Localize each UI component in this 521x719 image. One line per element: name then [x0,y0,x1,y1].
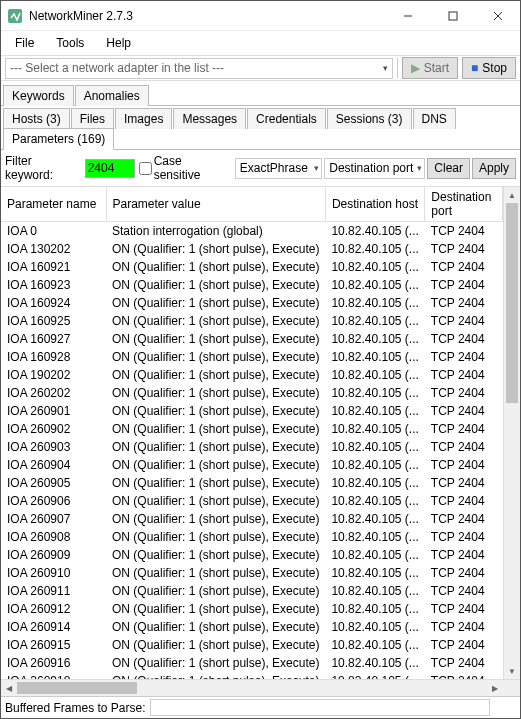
window-title: NetworkMiner 2.7.3 [29,9,385,23]
table-row[interactable]: IOA 160923ON (Qualifier: 1 (short pulse)… [1,276,503,294]
chevron-down-icon: ▾ [314,163,319,173]
table-row[interactable]: IOA 130202ON (Qualifier: 1 (short pulse)… [1,240,503,258]
start-button[interactable]: ▶ Start [402,57,458,79]
tab-images[interactable]: Images [115,108,172,129]
chevron-down-icon: ▾ [417,163,422,173]
adapter-toolbar: --- Select a network adapter in the list… [1,55,520,81]
tab-keywords[interactable]: Keywords [3,85,74,106]
clear-button[interactable]: Clear [427,158,470,179]
table-row[interactable]: IOA 260910ON (Qualifier: 1 (short pulse)… [1,564,503,582]
column-header[interactable]: Parameter name [1,187,106,222]
column-header[interactable]: Parameter value [106,187,325,222]
table-row[interactable]: IOA 260902ON (Qualifier: 1 (short pulse)… [1,420,503,438]
scroll-left-icon[interactable]: ◀ [1,684,17,693]
table-row[interactable]: IOA 260918ON (Qualifier: 1 (short pulse)… [1,672,503,679]
divider [397,58,398,78]
filter-label: Filter keyword: [5,154,81,182]
table-row[interactable]: IOA 190202ON (Qualifier: 1 (short pulse)… [1,366,503,384]
tab-credentials[interactable]: Credentials [247,108,326,129]
match-mode-select[interactable]: ExactPhrase▾ [235,158,322,179]
tabs: KeywordsAnomalies Hosts (3)FilesImagesMe… [1,81,520,150]
statusbar: Buffered Frames to Parse: [1,696,520,718]
tab-anomalies[interactable]: Anomalies [75,85,149,106]
filter-bar: Filter keyword: Case sensitive ExactPhra… [1,150,520,186]
case-sensitive-label[interactable]: Case sensitive [139,154,229,182]
column-header[interactable]: Destination host [325,187,424,222]
svg-rect-2 [449,12,457,20]
filter-column-select[interactable]: Destination port▾ [324,158,425,179]
menu-file[interactable]: File [5,34,44,52]
scrollbar-thumb[interactable] [506,203,518,403]
table-row[interactable]: IOA 260906ON (Qualifier: 1 (short pulse)… [1,492,503,510]
menubar: File Tools Help [1,31,520,55]
table-row[interactable]: IOA 260905ON (Qualifier: 1 (short pulse)… [1,474,503,492]
column-header[interactable]: Destination port [425,187,503,222]
app-icon [7,8,23,24]
table-row[interactable]: IOA 260901ON (Qualifier: 1 (short pulse)… [1,402,503,420]
scroll-up-icon[interactable]: ▲ [504,187,520,203]
close-button[interactable] [475,1,520,30]
table-row[interactable]: IOA 260909ON (Qualifier: 1 (short pulse)… [1,546,503,564]
table-row[interactable]: IOA 260911ON (Qualifier: 1 (short pulse)… [1,582,503,600]
table-row[interactable]: IOA 160924ON (Qualifier: 1 (short pulse)… [1,294,503,312]
horizontal-scrollbar[interactable]: ◀ ▶ [1,679,520,696]
tab-hosts-3-[interactable]: Hosts (3) [3,108,70,129]
scrollbar-thumb[interactable] [17,682,137,694]
table-row[interactable]: IOA 160928ON (Qualifier: 1 (short pulse)… [1,348,503,366]
filter-keyword-input[interactable] [85,159,135,178]
table-row[interactable]: IOA 260916ON (Qualifier: 1 (short pulse)… [1,654,503,672]
buffered-frames-label: Buffered Frames to Parse: [5,701,146,715]
tab-files[interactable]: Files [71,108,114,129]
scroll-down-icon[interactable]: ▼ [504,663,520,679]
table-row[interactable]: IOA 260907ON (Qualifier: 1 (short pulse)… [1,510,503,528]
table-row[interactable]: IOA 160927ON (Qualifier: 1 (short pulse)… [1,330,503,348]
scroll-right-icon[interactable]: ▶ [487,684,503,693]
titlebar: NetworkMiner 2.7.3 [1,1,520,31]
table-row[interactable]: IOA 260915ON (Qualifier: 1 (short pulse)… [1,636,503,654]
menu-help[interactable]: Help [96,34,141,52]
table-row[interactable]: IOA 260904ON (Qualifier: 1 (short pulse)… [1,456,503,474]
adapter-placeholder: --- Select a network adapter in the list… [10,61,224,75]
minimize-button[interactable] [385,1,430,30]
table-row[interactable]: IOA 260903ON (Qualifier: 1 (short pulse)… [1,438,503,456]
stop-button[interactable]: ■ Stop [462,57,516,79]
adapter-select[interactable]: --- Select a network adapter in the list… [5,58,393,79]
play-icon: ▶ [411,61,420,75]
parameters-table: Parameter nameParameter valueDestination… [1,187,503,679]
stop-icon: ■ [471,61,478,75]
table-row[interactable]: IOA 160925ON (Qualifier: 1 (short pulse)… [1,312,503,330]
chevron-down-icon: ▾ [383,63,388,73]
table-row[interactable]: IOA 160921ON (Qualifier: 1 (short pulse)… [1,258,503,276]
apply-button[interactable]: Apply [472,158,516,179]
buffered-frames-value [150,699,490,716]
maximize-button[interactable] [430,1,475,30]
table-row[interactable]: IOA 260912ON (Qualifier: 1 (short pulse)… [1,600,503,618]
table-row[interactable]: IOA 260202ON (Qualifier: 1 (short pulse)… [1,384,503,402]
tab-parameters-169-[interactable]: Parameters (169) [3,128,114,150]
table-row[interactable]: IOA 260914ON (Qualifier: 1 (short pulse)… [1,618,503,636]
vertical-scrollbar[interactable]: ▲ ▼ [503,187,520,679]
table-row[interactable]: IOA 260908ON (Qualifier: 1 (short pulse)… [1,528,503,546]
parameters-table-wrap: Parameter nameParameter valueDestination… [1,186,520,679]
tab-dns[interactable]: DNS [413,108,456,129]
tab-sessions-3-[interactable]: Sessions (3) [327,108,412,129]
tab-messages[interactable]: Messages [173,108,246,129]
table-row[interactable]: IOA 0Station interrogation (global)10.82… [1,222,503,241]
case-sensitive-checkbox[interactable] [139,162,152,175]
menu-tools[interactable]: Tools [46,34,94,52]
